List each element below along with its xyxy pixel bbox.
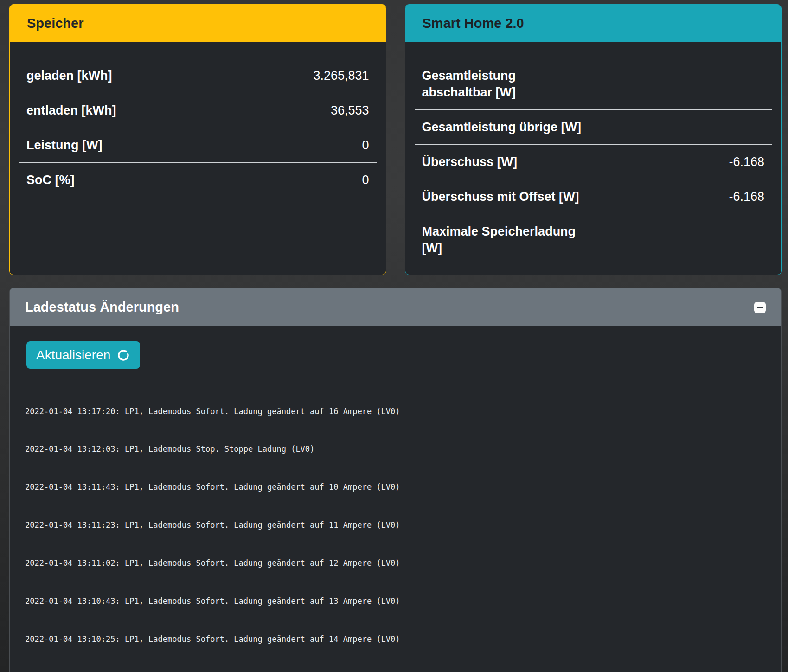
ladestatus-card: Ladestatus Änderungen Aktualisieren 2022… [9,288,782,672]
row-label: Maximale Speicherladung [W] [415,214,593,266]
row-label: Überschuss [W] [415,145,593,179]
table-row: Maximale Speicherladung [W] [415,214,772,266]
ladestatus-card-header: Ladestatus Änderungen [10,288,781,326]
table-row: Überschuss [W] -6.168 [415,145,772,179]
log-line: 2022-01-04 13:11:23: LP1, Lademodus Sofo… [25,519,766,531]
table-row: entladen [kWh] 36,553 [19,93,377,128]
refresh-button[interactable]: Aktualisieren [26,341,140,369]
row-label: SoC [%] [19,163,198,198]
table-row: geladen [kWh] 3.265,831 [19,58,377,93]
row-label: Gesamtleistung abschaltbar [W] [415,58,593,110]
ladestatus-card-title: Ladestatus Änderungen [25,300,179,315]
row-value: 0 [198,163,376,198]
row-value [593,58,772,110]
log-line: 2022-01-04 13:10:43: LP1, Lademodus Sofo… [25,595,766,608]
table-row: Leistung [W] 0 [19,128,377,163]
row-value: -6.168 [593,145,772,179]
log-line: 2022-01-04 13:12:03: LP1, Lademodus Stop… [25,443,766,455]
log-line: 2022-01-04 13:17:20: LP1, Lademodus Sofo… [25,405,766,418]
log-line: 2022-01-04 13:11:02: LP1, Lademodus Sofo… [25,557,766,570]
speicher-card-body: geladen [kWh] 3.265,831 entladen [kWh] 3… [10,42,386,206]
row-value [593,110,772,145]
row-label: Leistung [W] [19,128,198,163]
row-value: 3.265,831 [198,58,376,93]
smarthome-card-header: Smart Home 2.0 [405,5,782,42]
smarthome-card-title: Smart Home 2.0 [423,16,524,31]
table-row: Gesamtleistung übrige [W] [415,110,772,145]
row-label: Überschuss mit Offset [W] [415,179,593,214]
row-label: entladen [kWh] [19,93,198,128]
table-row: Gesamtleistung abschaltbar [W] [415,58,772,110]
log-line: 2022-01-04 13:11:43: LP1, Lademodus Sofo… [25,481,766,493]
row-value: 36,553 [198,93,376,128]
smarthome-card: Smart Home 2.0 Gesamtleistung abschaltba… [405,4,782,275]
row-value: 0 [198,128,376,163]
table-row: Überschuss mit Offset [W] -6.168 [415,179,772,214]
collapse-button[interactable] [754,302,766,313]
smarthome-card-body: Gesamtleistung abschaltbar [W] Gesamtlei… [405,42,782,275]
row-label: Gesamtleistung übrige [W] [415,110,593,145]
row-value: -6.168 [593,179,772,214]
speicher-card: Speicher geladen [kWh] 3.265,831 entlade… [9,4,386,275]
smarthome-table: Gesamtleistung abschaltbar [W] Gesamtlei… [415,58,772,265]
refresh-button-label: Aktualisieren [36,348,110,363]
log-line: 2022-01-04 13:10:25: LP1, Lademodus Sofo… [25,633,766,646]
minus-icon [757,307,763,308]
table-row: SoC [%] 0 [19,163,377,198]
top-cards-row: Speicher geladen [kWh] 3.265,831 entlade… [0,0,788,275]
log-output: 2022-01-04 13:17:20: LP1, Lademodus Sofo… [25,380,766,672]
speicher-card-header: Speicher [10,5,386,42]
row-value [593,214,772,266]
row-label: geladen [kWh] [19,58,198,93]
speicher-card-title: Speicher [27,16,84,31]
ladestatus-card-body: Aktualisieren 2022-01-04 13:17:20: LP1, … [10,326,781,672]
speicher-table: geladen [kWh] 3.265,831 entladen [kWh] 3… [19,58,377,197]
refresh-icon [116,348,130,362]
